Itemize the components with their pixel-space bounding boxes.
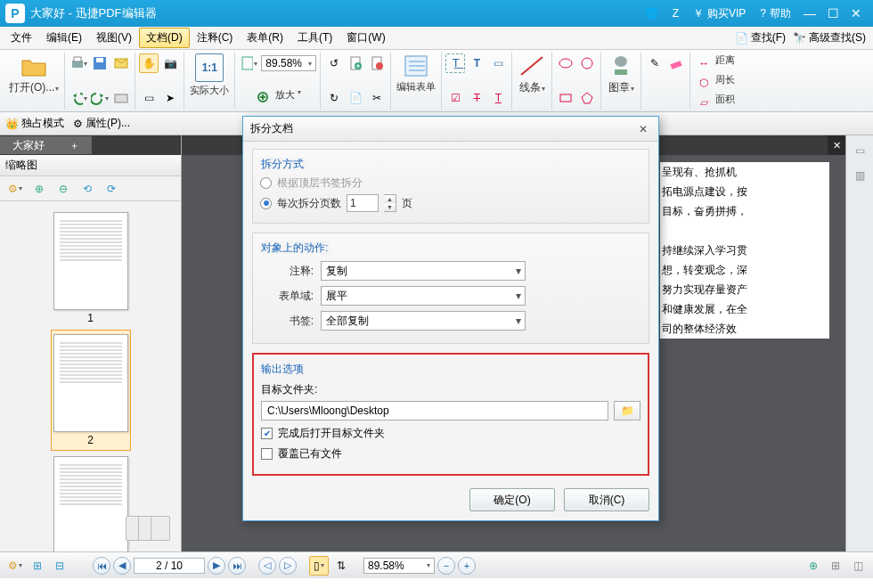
doc-tab[interactable]: 大家好 [0,136,57,154]
sb-right2-icon[interactable]: ⊞ [826,556,845,576]
sb-options-icon[interactable]: ⚙▾ [5,556,25,576]
menu-edit[interactable]: 编辑(E) [39,28,89,48]
undo-icon[interactable]: ▾ [69,88,88,108]
destfolder-input[interactable] [261,401,608,421]
formfield-select[interactable]: 展平 [321,286,526,306]
text-box-icon[interactable]: ▭ [488,53,508,73]
print-icon[interactable]: ▾ [69,53,88,73]
pages-spinner[interactable]: ▲▼ [384,194,396,212]
scan-icon[interactable] [111,88,131,108]
user-label[interactable]: Z [673,7,679,20]
menu-view[interactable]: 视图(V) [89,28,139,48]
rect-icon[interactable] [556,88,575,108]
page-crop-icon[interactable]: ✂ [367,88,387,108]
first-page-button[interactable]: ⏮ [93,557,110,575]
buy-vip-button[interactable]: ￥购买VIP [693,6,746,21]
page-add-icon[interactable] [346,53,365,73]
next-page-button[interactable]: ▶ [208,557,225,575]
ellipse-icon[interactable] [556,53,575,73]
minimize-button[interactable]: — [798,4,821,23]
cursor-icon[interactable]: ➤ [160,88,180,108]
rotate-cw-icon[interactable]: ↻ [324,88,344,108]
thumb-rotate-ccw-icon[interactable]: ⟲ [78,179,97,199]
maximize-button[interactable]: ☐ [821,4,844,23]
sb-right3-icon[interactable]: ◫ [848,556,868,576]
prev-page-button[interactable]: ◀ [113,557,131,575]
thumbnail-page-2[interactable]: 2 [51,330,131,451]
strip-icon-2[interactable]: ▥ [850,166,869,185]
properties-button[interactable]: ⚙属性(P)... [73,116,130,131]
textfield-icon[interactable]: T͟ [445,53,465,73]
thumb-options-icon[interactable]: ⚙▾ [5,179,25,199]
circle-icon[interactable] [577,53,597,73]
menu-comment[interactable]: 注释(C) [190,28,241,48]
open-after-checkbox[interactable]: ✔ 完成后打开目标文件夹 [261,426,640,441]
thumbnail-page-1[interactable]: 1 [51,212,131,324]
actual-size-button[interactable]: 1:1 实际大小 [188,53,231,97]
annot-select[interactable]: 复制 [321,261,526,281]
zoom-out-button[interactable]: − [437,557,455,575]
sb-tool2-icon[interactable]: ⊟ [50,556,69,576]
radio-by-bookmark[interactable]: 根据顶层书签拆分 [260,176,641,191]
panel-close-icon[interactable]: ✕ [828,135,845,155]
thumb-rotate-cw-icon[interactable]: ⟳ [102,179,121,199]
text-icon[interactable]: T [467,53,486,73]
strip-icon-1[interactable]: ▭ [850,141,869,160]
pencil-icon[interactable]: ✎ [645,53,665,73]
edit-form-button[interactable]: 编辑表单 [395,53,437,94]
nav-back-button[interactable]: ◁ [258,557,276,575]
open-button[interactable]: 打开(O)...▾ [7,53,61,95]
thumb-zoomout-icon[interactable]: ⊖ [53,179,73,199]
save-icon[interactable] [90,53,110,73]
sb-right1-icon[interactable]: ⊕ [804,556,823,576]
thumb-zoomin-icon[interactable]: ⊕ [29,179,49,199]
pages-number-input[interactable]: 1 [347,194,379,212]
line-tool-button[interactable]: 线条▾ [516,53,548,95]
ok-button[interactable]: 确定(O) [469,488,555,511]
menu-file[interactable]: 文件 [4,28,39,48]
dialog-close-button[interactable]: ✕ [635,121,651,137]
exclusive-mode-button[interactable]: 👑独占模式 [5,116,64,131]
underline-icon[interactable]: T [488,88,508,108]
radio-by-pages[interactable]: 每次拆分页数 1 ▲▼ 页 [260,194,641,212]
hand-tool-icon[interactable]: ✋ [139,53,159,73]
menu-form[interactable]: 表单(R) [240,28,290,48]
zoom-in-button[interactable]: + [458,557,476,575]
page-extract-icon[interactable]: 📄 [346,88,365,108]
new-tab-button[interactable]: ＋ [57,136,92,154]
sb-tool1-icon[interactable]: ⊞ [28,556,47,576]
page-delete-icon[interactable] [367,53,387,73]
menu-window[interactable]: 窗口(W) [339,28,392,48]
find-button[interactable]: 📄查找(F) [731,30,789,45]
zoom-combo[interactable]: 89.58%▾ [261,55,316,71]
bookmark-select[interactable]: 全部复制 [321,311,526,331]
overwrite-checkbox[interactable]: 覆盖已有文件 [261,446,640,461]
layout-single-icon[interactable]: ▯▾ [309,556,329,576]
rotate-ccw-icon[interactable]: ↺ [324,53,344,73]
page-number-field[interactable]: 2 / 10 [134,558,205,574]
strikethrough-icon[interactable]: T [467,88,486,108]
nav-fwd-button[interactable]: ▷ [279,557,297,575]
mail-icon[interactable] [111,53,131,73]
fit-page-icon[interactable]: ▾ [239,53,258,73]
cancel-button[interactable]: 取消(C) [564,488,649,511]
camera-icon[interactable]: 📷 [160,53,180,73]
zoom-in-icon[interactable] [254,88,273,108]
select-icon[interactable]: ▭ [139,88,159,108]
copies-icon[interactable] [133,516,170,541]
menu-document[interactable]: 文档(D) [139,28,190,48]
browse-button[interactable]: 📁 [614,401,640,421]
close-button[interactable]: ✕ [844,4,868,23]
eraser-icon[interactable] [666,53,686,73]
area-icon[interactable]: ▱ [694,93,714,112]
stamp-button[interactable]: 图章▾ [605,53,637,95]
help-button[interactable]: ?帮助 [760,6,791,21]
advanced-find-button[interactable]: 🔭高级查找(S) [789,30,869,45]
thumbnail-page-3[interactable]: 3 [51,456,131,551]
menu-tool[interactable]: 工具(T) [290,28,339,48]
layout-cont-icon[interactable]: ⇅ [331,556,351,576]
polygon-icon[interactable] [577,88,597,108]
perimeter-icon[interactable]: ⬡ [694,73,714,93]
redo-icon[interactable]: ▾ [90,88,110,108]
checkbox-icon[interactable]: ☑ [445,88,465,108]
